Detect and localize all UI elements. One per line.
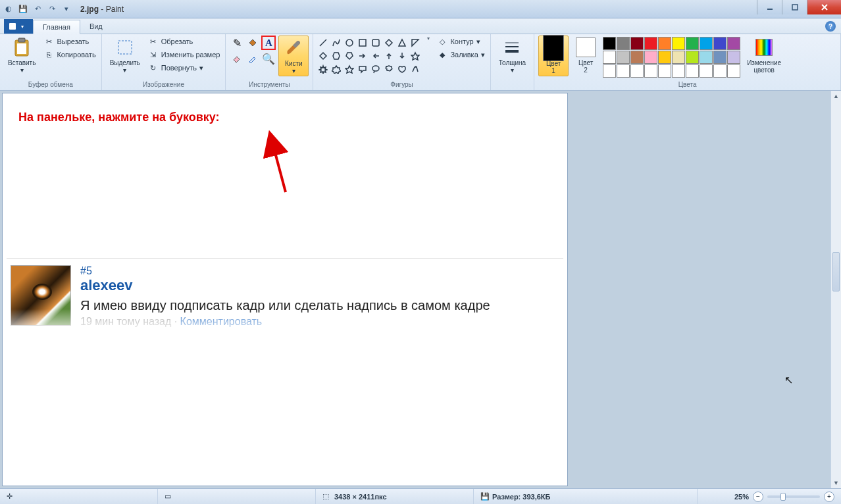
fill-button[interactable]: ◆Заливка ▾	[436, 49, 486, 61]
color-swatch[interactable]	[700, 37, 713, 50]
redo-icon[interactable]: ↷	[46, 3, 58, 15]
arrow-annotation	[266, 139, 292, 201]
color-swatch[interactable]	[603, 51, 616, 64]
crop-icon: ✂	[148, 36, 159, 47]
color-swatch[interactable]	[658, 64, 671, 78]
svg-rect-4	[17, 43, 26, 54]
file-menu-button[interactable]	[4, 19, 33, 34]
scroll-thumb[interactable]	[832, 252, 840, 291]
pencil-tool[interactable]: ✎	[230, 36, 244, 50]
title-bar: ◐ 💾 ↶ ↷ ▾ 2.jpg - Paint	[0, 0, 841, 18]
canvas[interactable]: На панельке, нажмите на буковку: #5 alex…	[3, 93, 567, 486]
qat-dd-icon[interactable]: ▾	[61, 3, 72, 15]
eraser-tool[interactable]	[230, 51, 244, 66]
svg-rect-1	[792, 5, 798, 10]
color-swatch[interactable]	[672, 64, 685, 78]
comment-block: #5 alexeev Я имею ввиду подписать кадр и…	[7, 258, 563, 328]
copy-button[interactable]: ⎘Копировать	[42, 49, 97, 61]
zoom-slider[interactable]	[767, 495, 820, 498]
dimensions-icon: ⬚	[322, 492, 332, 501]
color-swatch[interactable]	[644, 51, 657, 64]
brushes-button[interactable]: Кисти▾	[278, 36, 309, 76]
thickness-button[interactable]: Толщина▾	[495, 36, 530, 75]
zoom-out-button[interactable]: −	[753, 491, 763, 502]
text-tool[interactable]: A	[261, 36, 276, 50]
svg-rect-5	[118, 41, 132, 54]
status-dimensions: ⬚3438 × 2411пкс	[316, 489, 474, 504]
svg-point-9	[372, 66, 379, 71]
close-button[interactable]	[807, 0, 841, 14]
crop-button[interactable]: ✂Обрезать	[147, 36, 222, 47]
tab-view[interactable]: Вид	[80, 19, 112, 34]
cut-button[interactable]: ✂Вырезать	[42, 36, 97, 47]
color-swatch[interactable]	[713, 37, 726, 50]
zoom-knob[interactable]	[780, 493, 786, 501]
color-swatch[interactable]	[617, 64, 630, 78]
select-button[interactable]: Выделить▾	[106, 36, 144, 75]
color-swatch[interactable]	[727, 64, 740, 78]
color-swatch[interactable]	[700, 51, 713, 64]
shapes-gallery[interactable]	[317, 36, 421, 75]
color-swatch[interactable]	[644, 64, 657, 78]
avatar	[11, 265, 71, 326]
vertical-scrollbar[interactable]: ▲ ▼	[830, 91, 841, 488]
rotate-button[interactable]: ↻Повернуть ▾	[147, 62, 222, 74]
tab-home[interactable]: Главная	[33, 20, 80, 34]
color-swatch[interactable]	[713, 64, 726, 78]
magnifier-tool[interactable]: 🔍	[261, 51, 276, 66]
color-swatch[interactable]	[727, 37, 740, 50]
color-swatch[interactable]	[630, 51, 644, 64]
group-label: Цвета	[538, 80, 836, 90]
workspace[interactable]: На панельке, нажмите на буковку: #5 alex…	[0, 91, 830, 488]
comment-username: alexeev	[80, 277, 490, 294]
color-swatch[interactable]	[713, 51, 726, 64]
maximize-button[interactable]	[782, 0, 807, 14]
color-swatch[interactable]	[630, 37, 644, 50]
color-swatch[interactable]	[630, 64, 644, 78]
undo-icon[interactable]: ↶	[32, 3, 43, 15]
edit-colors-button[interactable]: Изменениецветов	[743, 36, 785, 75]
window-title: 2.jpg - Paint	[80, 5, 124, 14]
outline-icon: ◇	[437, 36, 447, 47]
svg-rect-3	[18, 38, 25, 42]
paste-button[interactable]: Вставить▾	[4, 36, 39, 75]
group-label: Буфер обмена	[4, 80, 97, 90]
minimize-button[interactable]	[757, 0, 782, 14]
quick-access-toolbar: ◐ 💾 ↶ ↷ ▾	[0, 3, 75, 15]
color-swatch[interactable]	[603, 64, 616, 78]
shapes-dropdown[interactable]: ▾	[424, 36, 433, 41]
color-swatch[interactable]	[727, 51, 740, 64]
color-swatch[interactable]	[700, 64, 713, 78]
color-swatch[interactable]	[644, 37, 657, 50]
color-swatch[interactable]	[686, 64, 699, 78]
color-swatch[interactable]	[672, 51, 685, 64]
svg-rect-8	[372, 39, 379, 46]
color-swatch[interactable]	[658, 37, 671, 50]
select-icon	[115, 37, 136, 58]
color-swatch[interactable]	[603, 37, 616, 50]
qat-icon[interactable]: ◐	[3, 3, 14, 15]
save-icon[interactable]: 💾	[17, 3, 29, 15]
color-swatch[interactable]	[617, 51, 630, 64]
resize-button[interactable]: ⇲Изменить размер	[147, 49, 222, 61]
window-controls	[757, 0, 841, 14]
group-tools: ✎ A 🔍 Кисти▾ Инструменты	[226, 34, 313, 90]
outline-button[interactable]: ◇Контур ▾	[436, 36, 486, 47]
scroll-up-icon[interactable]: ▲	[831, 91, 841, 101]
scroll-down-icon[interactable]: ▼	[831, 478, 841, 488]
zoom-in-button[interactable]: +	[824, 491, 834, 502]
picker-tool[interactable]	[245, 51, 260, 66]
rainbow-icon	[755, 39, 773, 56]
help-button[interactable]: ?	[825, 21, 836, 32]
color-swatch[interactable]	[686, 51, 699, 64]
color1-button[interactable]: Цвет1	[538, 36, 569, 76]
color2-swatch	[576, 38, 596, 57]
group-thickness: Толщина▾	[491, 34, 534, 90]
color2-button[interactable]: Цвет2	[571, 36, 600, 75]
color-swatch[interactable]	[658, 51, 671, 64]
color-swatch[interactable]	[686, 37, 699, 50]
color-swatch[interactable]	[672, 37, 685, 50]
fill-icon: ◆	[437, 49, 447, 60]
bucket-tool[interactable]	[245, 36, 260, 50]
color-swatch[interactable]	[617, 37, 630, 50]
